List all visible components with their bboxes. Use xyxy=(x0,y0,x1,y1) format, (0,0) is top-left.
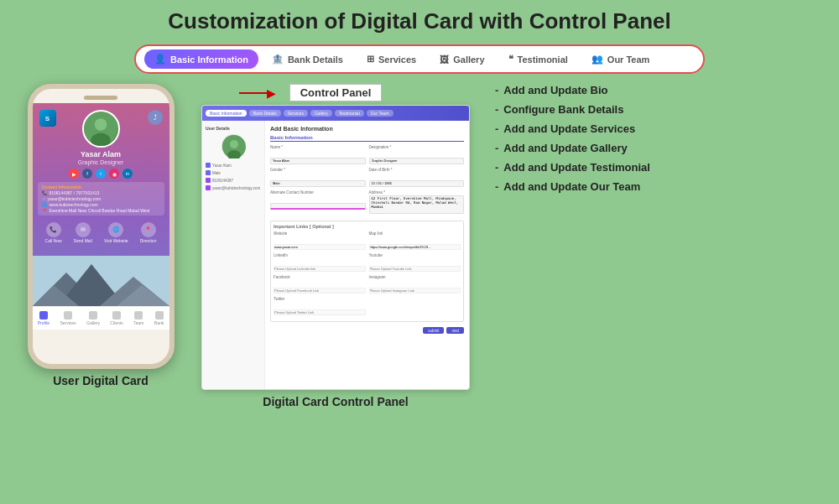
submit-button[interactable]: submit xyxy=(423,327,444,334)
cp-avatar xyxy=(221,134,245,158)
avatar xyxy=(82,110,120,148)
cp-user-mini xyxy=(206,134,261,158)
mail-label: Send Mail xyxy=(74,238,92,243)
cp-input-address[interactable]: G2 First Floor, Evershine Mall, Mindspac… xyxy=(369,195,465,214)
cp-form-row-1: Name * Designation * xyxy=(270,145,464,165)
nav-item-our-team[interactable]: 👥Our Team xyxy=(581,49,660,69)
nav-bank[interactable]: Bank xyxy=(154,311,164,325)
cp-form-row-2: Gender * Date of Birth * xyxy=(270,168,464,188)
control-panel-label-wrapper: Control Panel ▶ xyxy=(289,84,383,101)
cp-input-designation[interactable] xyxy=(369,158,465,164)
cp-section-title: Basic Information xyxy=(270,135,464,142)
next-button[interactable]: next xyxy=(446,327,464,334)
direction-button[interactable]: 📍 Direction xyxy=(140,222,157,243)
cp-label-designation: Designation * xyxy=(369,145,465,149)
nav-item-gallery[interactable]: 🖼Gallery xyxy=(430,50,494,69)
nav-team[interactable]: Team xyxy=(133,311,143,325)
cp-input-youtube[interactable] xyxy=(369,266,461,272)
cp-label-facebook: Facebook xyxy=(274,275,366,279)
feature-text-services: Add and Update Services xyxy=(503,122,635,135)
cp-body: User Details xyxy=(202,121,469,389)
cp-input-alt-contact[interactable] xyxy=(270,203,366,210)
cp-link-group-instagram: Instagram xyxy=(369,275,461,295)
cp-input-website[interactable] xyxy=(274,244,366,250)
cp-input-instagram[interactable] xyxy=(369,288,461,294)
linkedin-icon: in xyxy=(122,169,133,179)
contact-label: Contact Information xyxy=(42,184,160,190)
feature-item-team: - Add and Update Our Team xyxy=(495,180,822,193)
cp-sidebar-field-phone: 8108144387 xyxy=(206,178,261,183)
share-button[interactable]: ⤴ xyxy=(148,110,163,125)
cp-label-dob: Date of Birth * xyxy=(369,168,465,172)
cp-form-group-designation: Designation * xyxy=(369,145,465,165)
address-line: 📍 Evershine Mall Near Chicoli Bandar Roa… xyxy=(42,208,160,213)
cp-form-row-3: Alternate Contact Number Address * G2 Fi… xyxy=(270,190,464,217)
nav-gallery[interactable]: Gallery xyxy=(86,311,100,325)
cp-tab-gallery[interactable]: Gallery xyxy=(310,110,332,117)
feature-bullet-testimonial: - xyxy=(495,161,498,174)
svg-point-10 xyxy=(230,140,238,148)
cp-tab-testimonial[interactable]: Testimonial xyxy=(335,110,364,117)
nav-bar: 👤Basic Information🏦Bank Details⊞Services… xyxy=(134,44,705,74)
cp-tab-services[interactable]: Services xyxy=(284,110,308,117)
globe-icon: 🌐 xyxy=(108,222,123,237)
feature-text-testimonial: Add and Update Testimonial xyxy=(503,161,650,174)
cp-input-linkedin[interactable] xyxy=(274,266,366,272)
cp-tab-bank-details[interactable]: Bank Details xyxy=(249,110,281,117)
nav-item-bank-details[interactable]: 🏦Bank Details xyxy=(262,49,353,69)
nav-item-services[interactable]: ⊞Services xyxy=(357,49,426,69)
cp-panel-label: Digital Card Control Panel xyxy=(263,395,408,408)
phone-user-name: Yasar Alam xyxy=(81,150,121,158)
cp-input-gender[interactable] xyxy=(270,180,366,187)
nav-clients[interactable]: Clients xyxy=(110,311,122,325)
feature-item-testimonial: - Add and Update Testimonial xyxy=(495,161,822,174)
nav-profile[interactable]: Profile xyxy=(38,311,50,325)
cp-form-group-gender: Gender * xyxy=(270,168,366,188)
lower-section: S ⤴ Yasar Alam Graphic Designer xyxy=(17,84,822,408)
grid-icon: ⊞ xyxy=(367,54,374,65)
cp-label-youtube: Youtube xyxy=(369,253,461,257)
phone-website: www.kubictechnology.com xyxy=(50,202,98,207)
cp-input-facebook[interactable] xyxy=(274,288,366,294)
cp-form-group-name: Name * xyxy=(270,145,366,165)
feature-text-team: Add and Update Our Team xyxy=(503,180,640,193)
cp-form-group-alt-contact: Alternate Contact Number xyxy=(270,190,366,217)
cp-input-twitter[interactable] xyxy=(274,309,366,315)
feature-bullet-gallery: - xyxy=(495,142,498,154)
cp-sidebar-field-email: yasar@kubictechnology.com xyxy=(206,185,261,190)
cp-label-instagram: Instagram xyxy=(369,275,461,279)
arrow-connector: ▶ xyxy=(239,86,276,100)
nav-item-testimonial[interactable]: ❝Testimonial xyxy=(498,49,578,69)
direction-icon: 📍 xyxy=(141,222,156,237)
bank-dot xyxy=(155,311,164,320)
phone-label: User Digital Card xyxy=(53,374,149,387)
mountain-svg xyxy=(33,256,169,306)
phone-sidebar-icon xyxy=(206,178,211,183)
gallery-dot xyxy=(89,311,97,320)
cp-link-row-1: Website Map link xyxy=(274,231,461,252)
cp-input-name[interactable] xyxy=(270,158,366,164)
nav-item-basic-info[interactable]: 👤Basic Information xyxy=(144,49,258,69)
control-panel-label: Control Panel xyxy=(289,84,383,101)
nav-label-bank-details: Bank Details xyxy=(288,55,343,65)
cp-tab-basic-info[interactable]: Basic Information xyxy=(206,110,247,117)
gender-icon xyxy=(206,170,211,175)
cp-link-group-empty xyxy=(369,297,461,317)
cp-links-title: Important Links [ Optional ] xyxy=(274,224,461,229)
visit-website-button[interactable]: 🌐 Visit Website xyxy=(104,222,128,243)
cp-input-dob[interactable] xyxy=(369,180,465,187)
call-now-button[interactable]: 📞 Call Now xyxy=(45,222,62,243)
cp-tab-our-team[interactable]: Our Team xyxy=(367,110,393,117)
clients-dot xyxy=(112,311,121,320)
cp-link-row-3: Facebook Instagram xyxy=(274,275,461,295)
direction-label: Direction xyxy=(140,238,157,243)
nav-label-our-team: Our Team xyxy=(607,55,650,65)
cp-label-gender: Gender * xyxy=(270,168,366,172)
nav-services[interactable]: Services xyxy=(60,311,76,325)
page-title: Customization of Digital Card with Contr… xyxy=(168,8,670,34)
cp-input-map[interactable] xyxy=(369,244,461,250)
send-mail-button[interactable]: ✉ Send Mail xyxy=(74,222,92,243)
email-icon: ✉ xyxy=(42,196,45,201)
cp-label-name: Name * xyxy=(270,145,366,149)
phone-speaker xyxy=(84,96,117,100)
